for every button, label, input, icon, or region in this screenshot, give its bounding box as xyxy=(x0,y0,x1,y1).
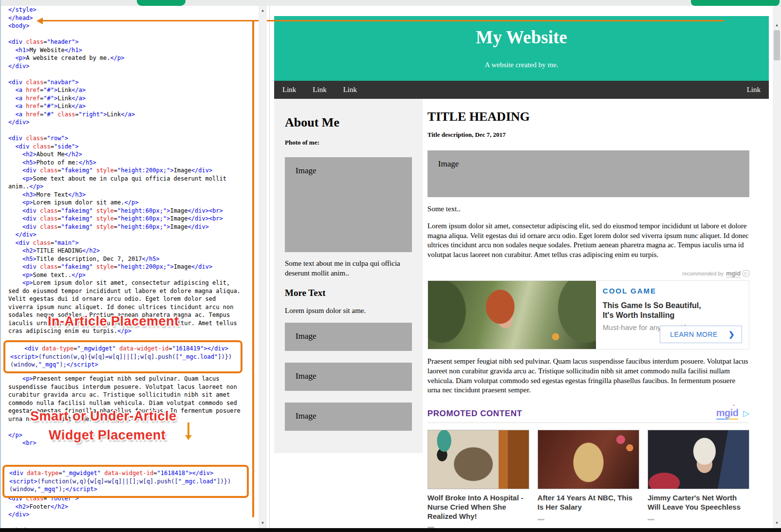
scroll-down-icon[interactable]: ▼ xyxy=(773,519,781,527)
code-line: <a href="#">Link</a> xyxy=(8,102,256,110)
code-line: Velit egestas dui id ornare arcu odio. E… xyxy=(8,295,256,303)
code-line: <div class="row"> xyxy=(8,134,256,143)
in-article-widget-code-box: <div data-type="_mgwidget" data-widget-i… xyxy=(3,340,242,373)
under-article-placement-label-line1: Smart or Under-Article xyxy=(30,409,177,424)
top-button-left[interactable] xyxy=(137,0,186,6)
scroll-up-icon[interactable]: ▲ xyxy=(773,21,781,29)
code-line: <h2>Footer</h2> xyxy=(8,503,256,511)
promoted-grid-row1: Wolf Broke Into A Hospital - Nurse Cried… xyxy=(428,430,749,528)
code-line: </div> xyxy=(8,231,256,239)
article-subtitle: Title description, Dec 7, 2017 xyxy=(428,131,749,139)
sidebar-image-placeholder-2: Image xyxy=(285,363,412,391)
promoted-content-header: PROMOTED CONTENT mgidˇ ▷ xyxy=(428,408,749,423)
photo-label: Photo of me: xyxy=(285,139,412,147)
code-line: </div> xyxy=(8,62,256,71)
code-line: <p>Praesent semper feugiat nibh sed pulv… xyxy=(8,375,256,383)
article-main: TITLE HEADING Title description, Dec 7, … xyxy=(423,99,769,528)
code-line: <a href="#">Link</a> xyxy=(8,94,256,103)
code-line: curabitur gravida arcu ac. Tristique sol… xyxy=(8,391,256,399)
nav-link-right[interactable]: Link xyxy=(739,81,769,99)
in-article-placement-label: In-Article Placement xyxy=(48,314,179,329)
code-line: </div> xyxy=(8,511,256,519)
promoted-image-carter[interactable] xyxy=(648,430,749,489)
mgid-play-icon[interactable]: ▷ xyxy=(743,409,749,418)
nav-link-1[interactable]: Link xyxy=(274,81,304,99)
code-line: </div> xyxy=(8,118,256,127)
under-article-widget-code-box: <div data-type="_mgwidget" data-widget-i… xyxy=(2,465,249,498)
promoted-headline[interactable]: Wolf Broke Into A Hospital - Nurse Cried… xyxy=(428,494,529,521)
code-line: <div class="header"> xyxy=(8,38,256,46)
code-panel-scrollbar[interactable]: ▲ ▼ xyxy=(259,6,267,528)
mgid-privacy-icon[interactable]: ▷ xyxy=(743,270,749,276)
body-tag-arrow xyxy=(43,20,724,21)
code-line: <div data-type="_mgwidget" data-widget-i… xyxy=(9,469,244,477)
window-bottom-bar xyxy=(0,528,781,532)
article-p-short: Some text.. xyxy=(428,204,749,214)
preview-panel-scrollbar[interactable]: ▲ ▼ xyxy=(773,6,781,528)
code-line: <script>(function(w,q){w[q]=w[q]||[];w[q… xyxy=(10,353,238,361)
learn-more-button[interactable]: LEARN MORE ❯ xyxy=(660,326,742,343)
code-section-top: </style></head><body> <div class="header… xyxy=(1,6,256,335)
code-line: sed do eiusmod tempor incididunt ut labo… xyxy=(8,287,256,295)
code-line: <div class="fakeimg" style="height:60px;… xyxy=(8,223,256,231)
code-editor-panel: </style></head><body> <div class="header… xyxy=(1,6,259,528)
code-line: <body> xyxy=(8,22,256,30)
article-image-placeholder: Image xyxy=(428,150,749,197)
code-section-bottom: <div class="footer"> <h2>Footer</h2></di… xyxy=(1,495,256,528)
promoted-headline[interactable]: After 14 Years At NBC, This Is Her Salar… xyxy=(538,494,639,513)
code-line: suspendisse faucibus interdum posuere. V… xyxy=(8,383,256,391)
promoted-card[interactable]: After 14 Years At NBC, This Is Her Salar… xyxy=(538,430,639,528)
promoted-card[interactable]: Jimmy Carter's Net Worth Will Leave You … xyxy=(648,430,749,528)
site-title: My Website xyxy=(284,27,759,48)
code-line: </style> xyxy=(8,6,256,14)
ad-headline[interactable]: This Game Is So Beautiful, It's Worth In… xyxy=(603,301,703,320)
code-line: <div class="fakeimg" style="height:200px… xyxy=(8,263,256,271)
code-line: <script>(function(w,q){w[q]=w[q]||[];w[q… xyxy=(9,477,244,486)
window-left-edge xyxy=(0,0,1,532)
code-line: <div class="fakeimg" style="height:60px;… xyxy=(8,215,256,223)
code-line: <h2>About Me</h2> xyxy=(8,150,256,159)
code-line: viverra ipsum nunc aliquet. Id donec ult… xyxy=(8,303,256,312)
site-subtitle: A website created by me. xyxy=(284,61,759,69)
learn-more-label: LEARN MORE xyxy=(670,330,718,338)
nav-link-3[interactable]: Link xyxy=(335,81,365,99)
code-line: <h3>More Text</h3> xyxy=(8,191,256,199)
code-line: <a href="#">Link</a> xyxy=(8,86,256,94)
top-button-right[interactable] xyxy=(691,0,780,6)
code-line: <p>Some text about me in culpa qui offic… xyxy=(8,175,256,183)
sidebar-photo-placeholder: Image xyxy=(285,157,412,252)
website-preview-panel: My Website A website created by me. Link… xyxy=(271,6,773,528)
sidebar-image-placeholder-3: Image xyxy=(285,403,412,431)
under-article-widget: PROMOTED CONTENT mgidˇ ▷ Wolf Broke Into… xyxy=(428,408,749,528)
more-text-body: Lorem ipsum dolor sit ame. xyxy=(285,306,412,316)
code-line: <div data-type="_mgwidget" data-widget-i… xyxy=(10,345,238,353)
ad-kicker[interactable]: COOL GAME xyxy=(603,287,742,295)
chevron-right-icon: ❯ xyxy=(728,330,735,339)
code-line: <a href="#" class="right">Link</a> xyxy=(8,110,256,119)
article-p-lorem: Lorem ipsum dolor sit amet, consectetur … xyxy=(428,221,749,260)
ad-image-fantasy-game-scene[interactable] xyxy=(428,281,596,349)
promoted-headline[interactable]: Jimmy Carter's Net Worth Will Leave You … xyxy=(648,494,749,513)
scroll-down-icon[interactable]: ▼ xyxy=(259,519,267,527)
recommended-row: recommended by mgid ▷ xyxy=(428,270,749,277)
mgid-logo-color[interactable]: mgidˇ xyxy=(716,407,739,420)
promoted-source-dash xyxy=(648,519,654,520)
code-line: (window,"_mgq");</script> xyxy=(9,485,244,494)
code-line: <h1>My Website</h1> xyxy=(8,46,256,55)
promoted-image-wolf[interactable] xyxy=(428,430,529,489)
scrollbar-thumb[interactable] xyxy=(774,30,780,60)
code-line: <p>Lorem ipsum dolor sit amet, consectet… xyxy=(8,279,256,287)
nav-link-2[interactable]: Link xyxy=(304,81,335,99)
code-line: <div class="fakeimg" style="height:200px… xyxy=(8,166,256,175)
code-line: <h5>Title description, Dec 7, 2017</h5> xyxy=(8,255,256,263)
code-line: <div class="navbar"> xyxy=(8,78,256,87)
code-line xyxy=(8,70,256,78)
promoted-image-crying[interactable] xyxy=(538,430,639,489)
sidebar: About Me Photo of me: Image Some text ab… xyxy=(274,99,423,453)
scroll-up-icon[interactable]: ▲ xyxy=(259,7,267,15)
code-line: <div class="side"> xyxy=(8,143,256,151)
mgid-logo-gray[interactable]: mgid xyxy=(726,270,741,277)
article-title: TITLE HEADING xyxy=(428,110,749,124)
code-line: <p>Some text..</p> xyxy=(8,271,256,279)
promoted-card[interactable]: Wolf Broke Into A Hospital - Nurse Cried… xyxy=(428,430,529,528)
